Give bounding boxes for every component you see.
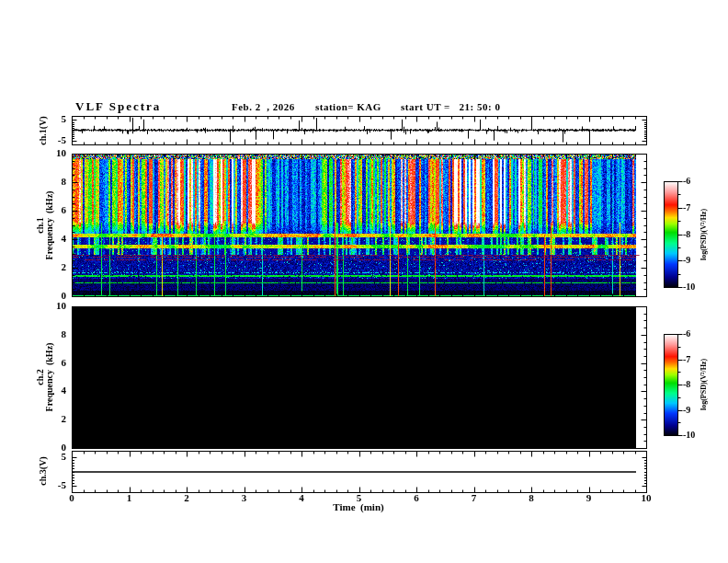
ch2-frequency-label: Frequency (kHz)	[45, 343, 54, 412]
colorbar2-tick-label: -10	[683, 431, 695, 440]
ch2-frequency-axis-label: ch.2Frequency (kHz)	[36, 343, 54, 412]
start-ut-label: start UT = 21: 50: 0	[401, 102, 500, 112]
x-tick-label: 1	[127, 493, 132, 503]
ch1-spec-y-tick-label: 8	[48, 177, 66, 187]
colorbar2-tick-label: -9	[683, 406, 690, 415]
x-tick-label: 9	[586, 493, 592, 503]
colorbar2-label: log(PSD)(V²/Hz)	[700, 359, 708, 410]
page-title: VLF Spectra	[75, 100, 161, 112]
x-tick-label: 6	[414, 493, 419, 503]
ch2-spec-y-tick-label: 4	[48, 385, 66, 396]
ch3-wave-y-tick-label: 5	[48, 452, 66, 462]
ch2-spec-y-tick-label: 2	[48, 414, 66, 424]
colorbar1-tick-label: -7	[683, 203, 690, 213]
ch1-frequency-label: Frequency (kHz)	[45, 191, 54, 260]
ch1-spec-y-tick-label: 2	[48, 262, 66, 272]
x-tick-label: 8	[529, 493, 534, 503]
x-axis-title: Time (min)	[333, 502, 383, 512]
ch1-spec-y-tick-label: 6	[48, 205, 66, 215]
colorbar1-tick-label: -6	[683, 177, 690, 186]
ch1-voltage-axis-label: ch.1(V)	[39, 116, 48, 144]
x-tick-label: 4	[299, 493, 304, 503]
ch1-wave-y-tick-label: -5	[48, 135, 66, 145]
colorbar1-label: log(PSD)(V²/Hz)	[700, 209, 708, 260]
colorbar2-tick-label: -6	[683, 329, 690, 339]
ch1-spec-y-tick-label: 10	[48, 148, 66, 158]
ch1-spec-y-tick-label: 4	[48, 234, 66, 244]
x-tick-label: 2	[184, 493, 189, 503]
ch2-spec-y-tick-label: 8	[48, 329, 66, 339]
ch3-wave-y-tick-label: -5	[48, 480, 66, 490]
colorbar1-tick-label: -8	[683, 230, 690, 239]
ch1-frequency-axis-label: ch.1Frequency (kHz)	[36, 191, 54, 260]
station-label: station= KAG	[315, 102, 381, 112]
vlf-spectra-screen: { "header": { "title": "VLF Spectra", "d…	[0, 0, 728, 563]
colorbar2-tick-label: -8	[683, 380, 690, 389]
ch2-spec-y-tick-label: 10	[48, 301, 66, 311]
ch2-spec-y-tick-label: 6	[48, 358, 66, 368]
colorbar2-tick-label: -7	[683, 355, 690, 364]
x-tick-label: 3	[242, 493, 247, 503]
date-label: Feb. 2 , 2026	[232, 102, 295, 112]
colorbar1-tick-label: -10	[683, 282, 695, 292]
x-tick-label: 7	[472, 493, 477, 503]
colorbar1-tick-label: -9	[683, 256, 690, 265]
ch1-wave-y-tick-label: 5	[48, 114, 66, 124]
ch3-voltage-axis-label: ch.3(V)	[39, 456, 48, 485]
x-tick-label: 10	[642, 493, 652, 503]
x-tick-label: 0	[69, 493, 74, 503]
plot-canvas	[0, 0, 728, 563]
x-tick-label: 5	[357, 493, 362, 503]
